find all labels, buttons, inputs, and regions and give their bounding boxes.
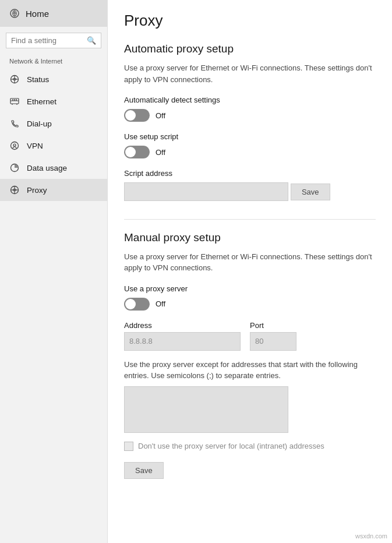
data-usage-icon: [9, 163, 20, 173]
svg-point-14: [13, 144, 16, 146]
section-divider: [124, 219, 376, 220]
svg-rect-11: [14, 100, 15, 101]
sidebar-item-proxy[interactable]: Proxy: [0, 179, 107, 201]
use-proxy-toggle-row: Off: [124, 298, 376, 311]
auto-detect-toggle[interactable]: [124, 109, 150, 122]
manual-save-button[interactable]: Save: [124, 462, 164, 479]
search-icon: 🔍: [87, 36, 96, 45]
sidebar-item-label: Data usage: [27, 164, 67, 172]
use-proxy-label: Use a proxy server: [124, 284, 376, 293]
sidebar-item-data-usage[interactable]: Data usage: [0, 157, 107, 179]
home-icon: [9, 8, 20, 19]
sidebar-item-label: Ethernet: [27, 97, 56, 106]
svg-rect-10: [12, 100, 13, 101]
address-group-item: Address: [124, 321, 241, 351]
use-proxy-state: Off: [156, 299, 165, 308]
sidebar-item-vpn[interactable]: VPN: [0, 135, 107, 157]
use-proxy-toggle[interactable]: [124, 298, 150, 311]
sidebar-home-button[interactable]: Home: [0, 0, 107, 27]
svg-point-13: [11, 142, 19, 150]
sidebar-item-label: Status: [27, 75, 49, 84]
script-address-label: Script address: [124, 169, 376, 178]
proxy-icon: [9, 185, 20, 195]
port-group-item: Port: [250, 321, 296, 351]
sidebar-item-label: Proxy: [27, 186, 47, 195]
setup-script-state: Off: [156, 148, 165, 157]
auto-detect-toggle-row: Off: [124, 109, 376, 122]
watermark: wsxdn.com: [355, 533, 387, 540]
sidebar-item-dialup[interactable]: Dial-up: [0, 112, 107, 135]
sidebar-home-label: Home: [26, 9, 49, 19]
address-port-group: Address Port: [124, 321, 376, 351]
sidebar-search-box[interactable]: 🔍: [6, 33, 101, 48]
auto-save-button[interactable]: Save: [291, 184, 330, 200]
auto-section-description: Use a proxy server for Ethernet or Wi-Fi…: [124, 62, 376, 85]
sidebar-item-label: Dial-up: [27, 119, 52, 128]
search-input[interactable]: [11, 36, 83, 45]
dialup-icon: [9, 118, 20, 129]
script-address-input[interactable]: [124, 182, 288, 201]
address-input[interactable]: [124, 332, 241, 351]
auto-detect-label: Automatically detect settings: [124, 96, 376, 104]
globe-icon: [9, 74, 20, 84]
exceptions-textarea[interactable]: [124, 386, 288, 433]
setup-script-toggle[interactable]: [124, 146, 150, 158]
sidebar-item-ethernet[interactable]: Ethernet: [0, 90, 107, 112]
setup-script-toggle-row: Off: [124, 146, 376, 158]
port-input[interactable]: [250, 332, 296, 351]
main-content: Proxy Automatic proxy setup Use a proxy …: [108, 0, 392, 543]
local-checkbox-row: Don't use the proxy server for local (in…: [124, 441, 376, 452]
sidebar-item-label: VPN: [27, 142, 43, 150]
sidebar: Home 🔍 Network & Internet Status: [0, 0, 108, 543]
auto-section-title: Automatic proxy setup: [124, 43, 376, 55]
port-label: Port: [250, 321, 296, 330]
ethernet-icon: [9, 96, 20, 107]
exceptions-description: Use the proxy server except for addresse…: [124, 359, 376, 382]
manual-section-title: Manual proxy setup: [124, 231, 376, 244]
auto-detect-state: Off: [156, 111, 165, 120]
vpn-icon: [9, 140, 20, 151]
page-title: Proxy: [124, 12, 376, 30]
local-checkbox-label: Don't use the proxy server for local (in…: [138, 441, 324, 452]
setup-script-label: Use setup script: [124, 132, 376, 141]
address-label: Address: [124, 321, 241, 330]
manual-section-description: Use a proxy server for Ethernet or Wi-Fi…: [124, 251, 376, 274]
svg-rect-12: [16, 100, 17, 101]
sidebar-section-label: Network & Internet: [0, 52, 107, 68]
local-checkbox[interactable]: [124, 442, 133, 451]
sidebar-item-status[interactable]: Status: [0, 68, 107, 90]
